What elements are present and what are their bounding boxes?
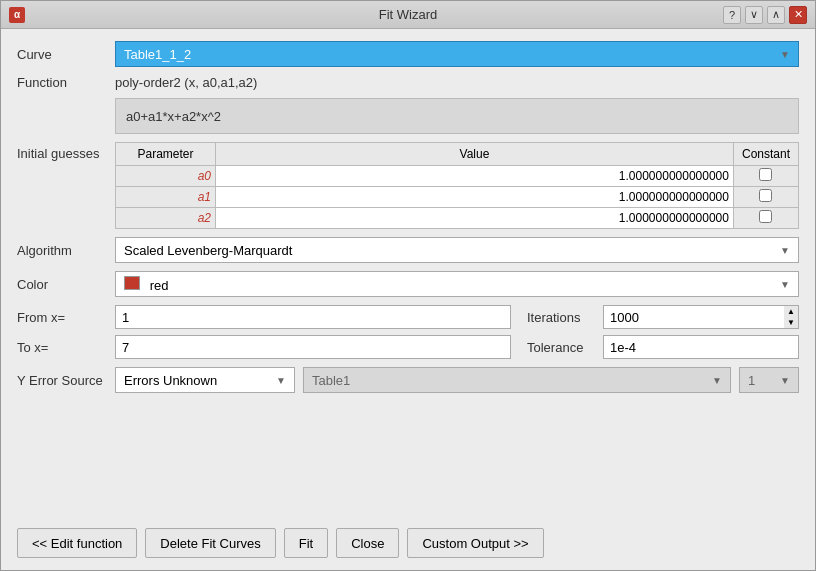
params-section: From x= To x= Iterations ▲: [17, 305, 799, 359]
y-error-label: Y Error Source: [17, 373, 107, 388]
algorithm-row: Algorithm Scaled Levenberg-Marquardt ▼: [17, 237, 799, 263]
close-window-button[interactable]: ✕: [789, 6, 807, 24]
iterations-row: Iterations ▲ ▼: [527, 305, 799, 329]
titlebar: α Fit Wizard ? ∨ ∧ ✕: [1, 1, 815, 29]
window-controls: ? ∨ ∧ ✕: [723, 6, 807, 24]
tolerance-row: Tolerance: [527, 335, 799, 359]
iterations-up-button[interactable]: ▲: [784, 306, 798, 317]
param-name-a2: a2: [116, 208, 216, 229]
iterations-input[interactable]: [603, 305, 784, 329]
y-error-dropdown[interactable]: Errors Unknown ▼: [115, 367, 295, 393]
initial-guesses-section: Initial guesses Parameter Value Constant…: [17, 142, 799, 229]
y-error-table-chevron-icon: ▼: [712, 375, 722, 386]
to-x-label: To x=: [17, 340, 107, 355]
function-row: Function poly-order2 (x, a0,a1,a2): [17, 75, 799, 90]
col-header-constant: Constant: [733, 143, 798, 166]
color-value-text: red: [150, 278, 169, 293]
color-chevron-icon: ▼: [780, 279, 790, 290]
param-name-a1: a1: [116, 187, 216, 208]
color-label: Color: [17, 277, 107, 292]
tolerance-label: Tolerance: [527, 340, 597, 355]
custom-output-button[interactable]: Custom Output >>: [407, 528, 543, 558]
function-label: Function: [17, 75, 107, 90]
fit-button[interactable]: Fit: [284, 528, 328, 558]
minimize-button[interactable]: ∨: [745, 6, 763, 24]
param-value-a2: [216, 208, 734, 229]
y-error-table-dropdown[interactable]: Table1 ▼: [303, 367, 731, 393]
iterations-spinners: ▲ ▼: [784, 305, 799, 329]
algorithm-dropdown[interactable]: Scaled Levenberg-Marquardt ▼: [115, 237, 799, 263]
curve-selected-value: Table1_1_2: [124, 47, 191, 62]
param-constant-checkbox-a1[interactable]: [759, 189, 772, 202]
y-error-chevron-icon: ▼: [276, 375, 286, 386]
window-title: Fit Wizard: [379, 7, 438, 22]
algorithm-chevron-icon: ▼: [780, 245, 790, 256]
params-table-wrap: Parameter Value Constant a0: [115, 142, 799, 229]
to-x-row: To x=: [17, 335, 511, 359]
formula-box: a0+a1*x+a2*x^2: [115, 98, 799, 134]
color-dropdown[interactable]: red ▼: [115, 271, 799, 297]
fit-wizard-window: α Fit Wizard ? ∨ ∧ ✕ Curve Table1_1_2 ▼ …: [0, 0, 816, 571]
y-error-col-chevron-icon: ▼: [780, 375, 790, 386]
y-error-col-dropdown[interactable]: 1 ▼: [739, 367, 799, 393]
col-header-parameter: Parameter: [116, 143, 216, 166]
color-row: Color red ▼: [17, 271, 799, 297]
formula-row: a0+a1*x+a2*x^2: [17, 98, 799, 134]
curve-dropdown[interactable]: Table1_1_2 ▼: [115, 41, 799, 67]
param-constant-checkbox-a2[interactable]: [759, 210, 772, 223]
param-value-input-a0[interactable]: [220, 169, 729, 183]
col-header-value: Value: [216, 143, 734, 166]
close-button[interactable]: Close: [336, 528, 399, 558]
color-value-group: red: [124, 276, 168, 293]
param-value-a0: [216, 166, 734, 187]
curve-row: Curve Table1_1_2 ▼: [17, 41, 799, 67]
tolerance-input[interactable]: [603, 335, 799, 359]
function-value: poly-order2 (x, a0,a1,a2): [115, 75, 257, 90]
y-error-value: Errors Unknown: [124, 373, 217, 388]
from-to-section: From x= To x=: [17, 305, 511, 359]
param-name-a0: a0: [116, 166, 216, 187]
maximize-button[interactable]: ∧: [767, 6, 785, 24]
y-error-section: Y Error Source Errors Unknown ▼ Table1 ▼…: [17, 367, 799, 393]
bottom-buttons: << Edit function Delete Fit Curves Fit C…: [1, 520, 815, 570]
titlebar-left: α: [9, 7, 25, 23]
app-logo: α: [9, 7, 25, 23]
color-swatch-icon: [124, 276, 140, 290]
algorithm-value: Scaled Levenberg-Marquardt: [124, 243, 292, 258]
main-content: Curve Table1_1_2 ▼ Function poly-order2 …: [1, 29, 815, 520]
table-row: a1: [116, 187, 799, 208]
param-value-input-a1[interactable]: [220, 190, 729, 204]
algorithm-label: Algorithm: [17, 243, 107, 258]
initial-guesses-label: Initial guesses: [17, 142, 107, 161]
table-row: a2: [116, 208, 799, 229]
y-error-col-value: 1: [748, 373, 755, 388]
param-constant-checkbox-a0[interactable]: [759, 168, 772, 181]
iterations-label: Iterations: [527, 310, 597, 325]
from-x-label: From x=: [17, 310, 107, 325]
from-x-input[interactable]: [115, 305, 511, 329]
curve-chevron-icon: ▼: [780, 49, 790, 60]
iterations-down-button[interactable]: ▼: [784, 317, 798, 328]
y-error-table-value: Table1: [312, 373, 350, 388]
curve-label: Curve: [17, 47, 107, 62]
table-row: a0: [116, 166, 799, 187]
iter-tol-section: Iterations ▲ ▼ Tolerance: [527, 305, 799, 359]
param-value-a1: [216, 187, 734, 208]
iterations-spinbox: ▲ ▼: [603, 305, 799, 329]
param-value-input-a2[interactable]: [220, 211, 729, 225]
help-button[interactable]: ?: [723, 6, 741, 24]
to-x-input[interactable]: [115, 335, 511, 359]
param-constant-a1: [733, 187, 798, 208]
param-constant-a0: [733, 166, 798, 187]
params-table: Parameter Value Constant a0: [115, 142, 799, 229]
formula-text: a0+a1*x+a2*x^2: [126, 109, 221, 124]
param-constant-a2: [733, 208, 798, 229]
from-x-row: From x=: [17, 305, 511, 329]
edit-function-button[interactable]: << Edit function: [17, 528, 137, 558]
delete-fit-curves-button[interactable]: Delete Fit Curves: [145, 528, 275, 558]
